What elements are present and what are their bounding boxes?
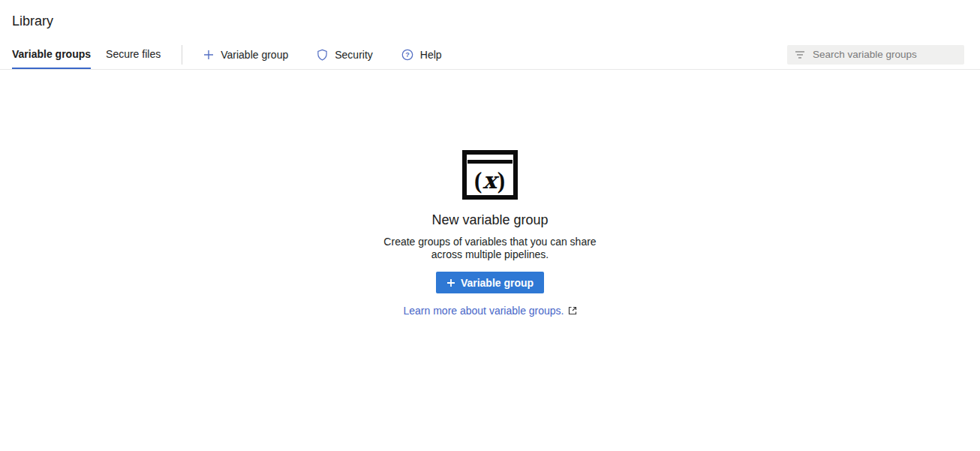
- empty-state-description-line1: Create groups of variables that you can …: [383, 236, 596, 248]
- search-box: [787, 45, 964, 65]
- filter-icon: [795, 50, 805, 59]
- external-link-icon: [568, 306, 577, 315]
- empty-state-description: Create groups of variables that you can …: [383, 236, 596, 261]
- security-label: Security: [335, 49, 373, 61]
- shield-icon: [317, 49, 328, 61]
- plus-icon: [446, 278, 455, 287]
- add-variable-group-button-label: Variable group: [461, 277, 534, 289]
- plus-icon: [203, 50, 214, 60]
- empty-state-title: New variable group: [431, 212, 548, 228]
- toolbar-divider: [182, 45, 182, 65]
- learn-more-link[interactable]: Learn more about variable groups.: [403, 305, 576, 317]
- empty-state-description-line2: across multiple pipelines.: [431, 248, 549, 260]
- page-title: Library: [12, 14, 968, 29]
- svg-text:(x): (x): [474, 167, 506, 194]
- add-variable-group-button[interactable]: Variable group: [436, 272, 544, 293]
- variable-group-window-icon: (x): [462, 150, 518, 200]
- tab-secure-files-label: Secure files: [106, 48, 161, 60]
- tab-list: Variable groups Secure files: [12, 40, 176, 69]
- tab-command-bar: Variable groups Secure files Variable gr…: [0, 40, 980, 70]
- search-input[interactable]: [813, 49, 958, 60]
- add-variable-group-label: Variable group: [221, 49, 288, 61]
- page-header: Library: [0, 0, 980, 40]
- help-command[interactable]: ? Help: [401, 49, 442, 61]
- tab-secure-files[interactable]: Secure files: [106, 40, 161, 69]
- svg-text:?: ?: [405, 51, 410, 59]
- help-circle-icon: ?: [401, 49, 413, 61]
- help-label: Help: [420, 49, 442, 61]
- variable-groups-empty-state: (x) New variable group Create groups of …: [0, 150, 980, 317]
- security-command[interactable]: Security: [317, 49, 373, 61]
- learn-more-link-label: Learn more about variable groups.: [403, 305, 564, 317]
- tab-variable-groups[interactable]: Variable groups: [12, 40, 91, 69]
- tab-variable-groups-label: Variable groups: [12, 48, 91, 60]
- add-variable-group-command[interactable]: Variable group: [203, 49, 288, 61]
